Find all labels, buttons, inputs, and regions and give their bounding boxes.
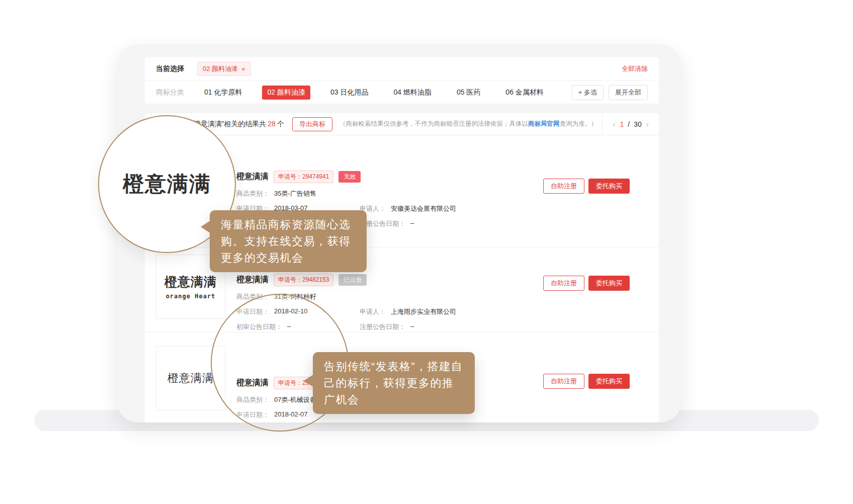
tooltip-arrow-icon bbox=[201, 220, 211, 233]
category-item-06[interactable]: 06 金属材料 bbox=[500, 86, 548, 100]
title-line: 橙意满满 申请号：29482153 已注册 bbox=[236, 274, 456, 286]
selected-filter-tag[interactable]: 02 颜料油漆 × bbox=[197, 62, 251, 76]
category-item-03[interactable]: 03 日化用品 bbox=[325, 86, 373, 100]
self-register-button[interactable]: 自助注册 bbox=[543, 276, 584, 291]
page-separator: / bbox=[628, 120, 630, 128]
current-page: 1 bbox=[620, 120, 624, 128]
reg-publication-label: 注册公告日期： bbox=[360, 322, 405, 331]
applicant-value: 安徽美达会展有限公司 bbox=[391, 204, 456, 213]
application-number-tag: 申请号：29474941 bbox=[274, 171, 333, 183]
trademark-name[interactable]: 橙意满满 bbox=[236, 275, 269, 285]
close-icon[interactable]: × bbox=[241, 66, 245, 72]
tooltip-text: 海量精品商标资源随心选购。支持在线交易，获得更多的交易机会 bbox=[221, 218, 351, 264]
trademark-name[interactable]: 橙意满满 bbox=[236, 172, 269, 182]
tooltip-promotion: 告别传统“发表格”，搭建自己的标行，获得更多的推广机会 bbox=[313, 352, 475, 414]
thumbnail-text: 橙意满满 bbox=[164, 274, 217, 290]
expand-all-button[interactable]: 展开全部 bbox=[609, 85, 648, 100]
application-number-value: 29474941 bbox=[302, 173, 329, 180]
row-actions: 自助注册 委托购买 bbox=[543, 179, 630, 194]
category-actions: + 多选 展开全部 bbox=[572, 85, 648, 100]
applicant-value: 上海雨步实业有限公司 bbox=[391, 307, 456, 316]
category-row-label: 商标分类 bbox=[156, 88, 184, 97]
category-value: 35类-广告销售 bbox=[274, 189, 316, 198]
tooltip-text: 告别传统“发表格”，搭建自己的标行，获得更多的推广机会 bbox=[324, 360, 463, 406]
row-actions: 自助注册 委托购买 bbox=[543, 374, 630, 389]
magnified-trademark-text: 橙意满满 bbox=[123, 170, 211, 198]
field-line: 商品类别：35类-广告销售 bbox=[236, 189, 456, 198]
multi-select-button[interactable]: + 多选 bbox=[572, 85, 604, 100]
results-summary-suffix: 个 bbox=[277, 120, 284, 128]
category-item-02-active[interactable]: 02 颜料油漆 bbox=[262, 86, 310, 100]
category-item-04[interactable]: 04 燃料油脂 bbox=[388, 86, 436, 100]
entrust-buy-button[interactable]: 委托购买 bbox=[588, 179, 630, 194]
row-actions: 自助注册 委托购买 bbox=[543, 276, 630, 291]
current-selection-row: 当前选择 02 颜料油漆 × 全部清除 bbox=[145, 57, 659, 80]
selected-filter-tag-label: 02 颜料油漆 bbox=[203, 64, 238, 73]
entrust-buy-button[interactable]: 委托购买 bbox=[588, 276, 630, 291]
pagination: ‹ 1 / 30 › bbox=[602, 113, 659, 135]
total-pages: 30 bbox=[634, 120, 642, 128]
trademark-office-link[interactable]: 商标局官网 bbox=[528, 120, 560, 127]
current-selection-label: 当前选择 bbox=[156, 64, 184, 73]
results-header: 为您检索到“橙意满满”相关的结果共28个 导出商标 （商标检索结果仅供参考，不作… bbox=[145, 113, 659, 135]
clear-all-button[interactable]: 全部清除 bbox=[622, 64, 648, 73]
category-item-01[interactable]: 01 化学原料 bbox=[199, 86, 247, 100]
application-number-tag: 申请号：29482153 bbox=[274, 274, 333, 286]
thumbnail-text: 橙意满满 bbox=[167, 371, 214, 386]
reg-publication-value: – bbox=[410, 219, 414, 228]
disclaimer-prefix: （商标检索结果仅供参考，不作为商标能否注册的法律依据；具体以 bbox=[339, 120, 528, 127]
application-number-label: 申请号： bbox=[278, 173, 302, 180]
entrust-buy-button[interactable]: 委托购买 bbox=[588, 374, 630, 389]
next-page-icon[interactable]: › bbox=[646, 119, 649, 129]
category-item-05[interactable]: 05 医药 bbox=[452, 86, 485, 100]
thumbnail-subtext: orange Heart bbox=[166, 293, 216, 300]
disclaimer-suffix: 查询为准。） bbox=[559, 120, 597, 127]
status-badge: 无效 bbox=[338, 171, 361, 183]
title-line: 橙意满满 申请号：29474941 无效 bbox=[236, 171, 456, 183]
reg-publication-value: – bbox=[410, 322, 414, 331]
results-count: 28 bbox=[268, 120, 276, 128]
export-trademarks-button[interactable]: 导出商标 bbox=[292, 117, 332, 131]
category-row: 商标分类 01 化学原料 02 颜料油漆 03 日化用品 04 燃料油脂 05 … bbox=[145, 80, 659, 104]
filter-card: 当前选择 02 颜料油漆 × 全部清除 商标分类 01 化学原料 02 颜料油漆… bbox=[145, 57, 659, 104]
prev-page-icon[interactable]: ‹ bbox=[613, 119, 616, 129]
disclaimer-note: （商标检索结果仅供参考，不作为商标能否注册的法律依据；具体以商标局官网查询为准。… bbox=[339, 120, 598, 128]
application-number-value: 29482153 bbox=[302, 276, 329, 283]
self-register-button[interactable]: 自助注册 bbox=[543, 179, 584, 194]
applicant-label: 申请人： bbox=[360, 307, 386, 316]
tooltip-trade-resources: 海量精品商标资源随心选购。支持在线交易，获得更多的交易机会 bbox=[210, 210, 367, 272]
status-badge: 已注册 bbox=[338, 274, 367, 286]
self-register-button[interactable]: 自助注册 bbox=[543, 374, 584, 389]
category-label: 商品类别： bbox=[236, 189, 269, 198]
application-number-label: 申请号： bbox=[278, 276, 302, 283]
tooltip-arrow-icon bbox=[304, 374, 314, 387]
